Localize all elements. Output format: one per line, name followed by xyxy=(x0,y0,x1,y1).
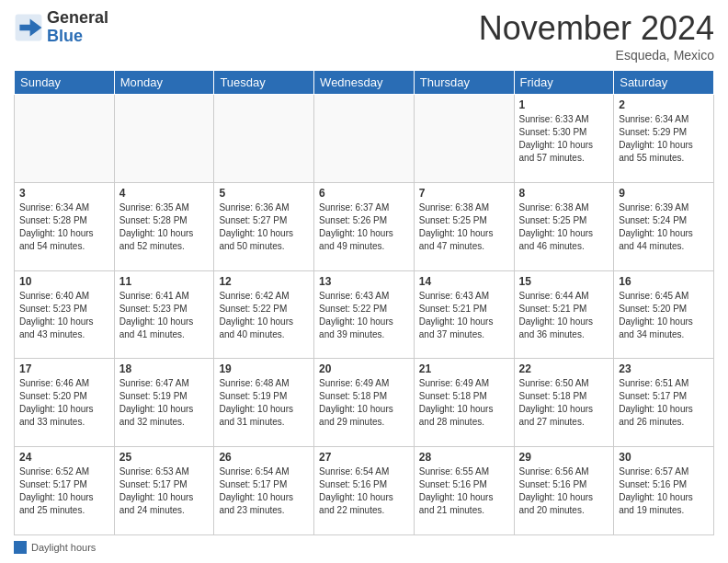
calendar-cell: 1Sunrise: 6:33 AM Sunset: 5:30 PM Daylig… xyxy=(514,95,614,183)
day-number: 10 xyxy=(19,275,109,288)
day-content: Sunrise: 6:41 AM Sunset: 5:23 PM Dayligh… xyxy=(119,290,210,341)
calendar-header-wednesday: Wednesday xyxy=(314,71,415,95)
day-number: 24 xyxy=(19,451,109,464)
day-number: 9 xyxy=(619,187,709,200)
calendar-header-sunday: Sunday xyxy=(15,71,115,95)
calendar-cell: 17Sunrise: 6:46 AM Sunset: 5:20 PM Dayli… xyxy=(15,359,115,447)
calendar-cell: 7Sunrise: 6:38 AM Sunset: 5:25 PM Daylig… xyxy=(414,182,514,270)
calendar-cell: 27Sunrise: 6:54 AM Sunset: 5:16 PM Dayli… xyxy=(314,447,415,535)
week-row-1: 3Sunrise: 6:34 AM Sunset: 5:28 PM Daylig… xyxy=(15,182,714,270)
day-content: Sunrise: 6:49 AM Sunset: 5:18 PM Dayligh… xyxy=(419,377,509,429)
day-content: Sunrise: 6:44 AM Sunset: 5:21 PM Dayligh… xyxy=(519,290,609,341)
day-number: 4 xyxy=(119,187,210,200)
day-content: Sunrise: 6:43 AM Sunset: 5:22 PM Dayligh… xyxy=(319,290,409,341)
calendar-cell: 10Sunrise: 6:40 AM Sunset: 5:23 PM Dayli… xyxy=(15,270,115,359)
page: General Blue November 2024 Esqueda, Mexi… xyxy=(0,0,728,563)
calendar-cell xyxy=(15,95,115,183)
calendar-cell xyxy=(114,95,214,183)
calendar-header-thursday: Thursday xyxy=(414,71,514,95)
day-content: Sunrise: 6:57 AM Sunset: 5:16 PM Dayligh… xyxy=(619,465,709,517)
header: General Blue November 2024 Esqueda, Mexi… xyxy=(14,9,714,63)
legend-box xyxy=(14,541,27,554)
day-number: 6 xyxy=(319,187,409,200)
day-content: Sunrise: 6:55 AM Sunset: 5:16 PM Dayligh… xyxy=(419,465,509,517)
calendar-cell: 16Sunrise: 6:45 AM Sunset: 5:20 PM Dayli… xyxy=(614,270,714,359)
day-number: 17 xyxy=(19,362,109,375)
day-number: 23 xyxy=(619,362,709,375)
day-number: 27 xyxy=(319,451,409,464)
day-number: 21 xyxy=(419,362,509,375)
day-content: Sunrise: 6:49 AM Sunset: 5:18 PM Dayligh… xyxy=(319,377,409,429)
day-number: 18 xyxy=(119,362,210,375)
day-content: Sunrise: 6:33 AM Sunset: 5:30 PM Dayligh… xyxy=(519,113,609,165)
day-content: Sunrise: 6:47 AM Sunset: 5:19 PM Dayligh… xyxy=(119,377,210,429)
day-content: Sunrise: 6:56 AM Sunset: 5:16 PM Dayligh… xyxy=(519,465,609,517)
generalblue-icon xyxy=(14,13,43,42)
day-content: Sunrise: 6:54 AM Sunset: 5:16 PM Dayligh… xyxy=(319,465,409,517)
calendar-cell: 3Sunrise: 6:34 AM Sunset: 5:28 PM Daylig… xyxy=(15,182,115,270)
day-number: 15 xyxy=(519,275,609,288)
day-content: Sunrise: 6:38 AM Sunset: 5:25 PM Dayligh… xyxy=(519,201,609,253)
week-row-3: 17Sunrise: 6:46 AM Sunset: 5:20 PM Dayli… xyxy=(15,359,714,447)
day-number: 22 xyxy=(519,362,609,375)
day-number: 11 xyxy=(119,275,210,288)
calendar-cell: 21Sunrise: 6:49 AM Sunset: 5:18 PM Dayli… xyxy=(414,359,514,447)
day-content: Sunrise: 6:53 AM Sunset: 5:17 PM Dayligh… xyxy=(119,465,210,517)
day-content: Sunrise: 6:54 AM Sunset: 5:17 PM Dayligh… xyxy=(219,465,309,517)
day-number: 7 xyxy=(419,187,509,200)
day-number: 2 xyxy=(619,98,709,111)
day-number: 8 xyxy=(519,187,609,200)
calendar-cell: 24Sunrise: 6:52 AM Sunset: 5:17 PM Dayli… xyxy=(15,447,115,535)
calendar-cell: 23Sunrise: 6:51 AM Sunset: 5:17 PM Dayli… xyxy=(614,359,714,447)
calendar-header-monday: Monday xyxy=(114,71,214,95)
calendar-header-friday: Friday xyxy=(514,71,614,95)
calendar-cell xyxy=(314,95,415,183)
calendar-cell: 11Sunrise: 6:41 AM Sunset: 5:23 PM Dayli… xyxy=(114,270,214,359)
day-number: 3 xyxy=(19,187,109,200)
calendar-cell: 12Sunrise: 6:42 AM Sunset: 5:22 PM Dayli… xyxy=(214,270,314,359)
day-number: 16 xyxy=(619,275,709,288)
day-content: Sunrise: 6:35 AM Sunset: 5:28 PM Dayligh… xyxy=(119,201,210,253)
calendar-cell: 30Sunrise: 6:57 AM Sunset: 5:16 PM Dayli… xyxy=(614,447,714,535)
month-title: November 2024 xyxy=(479,9,714,48)
location: Esqueda, Mexico xyxy=(479,48,714,63)
calendar-cell: 26Sunrise: 6:54 AM Sunset: 5:17 PM Dayli… xyxy=(214,447,314,535)
calendar-cell: 5Sunrise: 6:36 AM Sunset: 5:27 PM Daylig… xyxy=(214,182,314,270)
calendar-cell xyxy=(214,95,314,183)
day-number: 5 xyxy=(219,187,309,200)
calendar-cell: 28Sunrise: 6:55 AM Sunset: 5:16 PM Dayli… xyxy=(414,447,514,535)
calendar-cell: 29Sunrise: 6:56 AM Sunset: 5:16 PM Dayli… xyxy=(514,447,614,535)
day-number: 30 xyxy=(619,451,709,464)
calendar-cell: 19Sunrise: 6:48 AM Sunset: 5:19 PM Dayli… xyxy=(214,359,314,447)
day-number: 12 xyxy=(219,275,309,288)
day-content: Sunrise: 6:48 AM Sunset: 5:19 PM Dayligh… xyxy=(219,377,309,429)
day-number: 13 xyxy=(319,275,409,288)
calendar-cell: 14Sunrise: 6:43 AM Sunset: 5:21 PM Dayli… xyxy=(414,270,514,359)
day-content: Sunrise: 6:37 AM Sunset: 5:26 PM Dayligh… xyxy=(319,201,409,253)
day-number: 14 xyxy=(419,275,509,288)
day-number: 26 xyxy=(219,451,309,464)
calendar-cell: 25Sunrise: 6:53 AM Sunset: 5:17 PM Dayli… xyxy=(114,447,214,535)
day-number: 19 xyxy=(219,362,309,375)
calendar-cell: 13Sunrise: 6:43 AM Sunset: 5:22 PM Dayli… xyxy=(314,270,415,359)
day-content: Sunrise: 6:40 AM Sunset: 5:23 PM Dayligh… xyxy=(19,290,109,341)
day-content: Sunrise: 6:43 AM Sunset: 5:21 PM Dayligh… xyxy=(419,290,509,341)
day-content: Sunrise: 6:39 AM Sunset: 5:24 PM Dayligh… xyxy=(619,201,709,253)
calendar-cell: 20Sunrise: 6:49 AM Sunset: 5:18 PM Dayli… xyxy=(314,359,415,447)
calendar-cell: 15Sunrise: 6:44 AM Sunset: 5:21 PM Dayli… xyxy=(514,270,614,359)
logo-text: General Blue xyxy=(47,9,108,46)
title-area: November 2024 Esqueda, Mexico xyxy=(479,9,714,63)
calendar-cell xyxy=(414,95,514,183)
day-content: Sunrise: 6:38 AM Sunset: 5:25 PM Dayligh… xyxy=(419,201,509,253)
logo-line2: Blue xyxy=(47,28,108,46)
day-content: Sunrise: 6:34 AM Sunset: 5:29 PM Dayligh… xyxy=(619,113,709,165)
calendar-cell: 8Sunrise: 6:38 AM Sunset: 5:25 PM Daylig… xyxy=(514,182,614,270)
calendar-header-saturday: Saturday xyxy=(614,71,714,95)
day-number: 25 xyxy=(119,451,210,464)
day-content: Sunrise: 6:51 AM Sunset: 5:17 PM Dayligh… xyxy=(619,377,709,429)
day-content: Sunrise: 6:36 AM Sunset: 5:27 PM Dayligh… xyxy=(219,201,309,253)
calendar-cell: 18Sunrise: 6:47 AM Sunset: 5:19 PM Dayli… xyxy=(114,359,214,447)
day-content: Sunrise: 6:34 AM Sunset: 5:28 PM Dayligh… xyxy=(19,201,109,253)
week-row-4: 24Sunrise: 6:52 AM Sunset: 5:17 PM Dayli… xyxy=(15,447,714,535)
week-row-2: 10Sunrise: 6:40 AM Sunset: 5:23 PM Dayli… xyxy=(15,270,714,359)
